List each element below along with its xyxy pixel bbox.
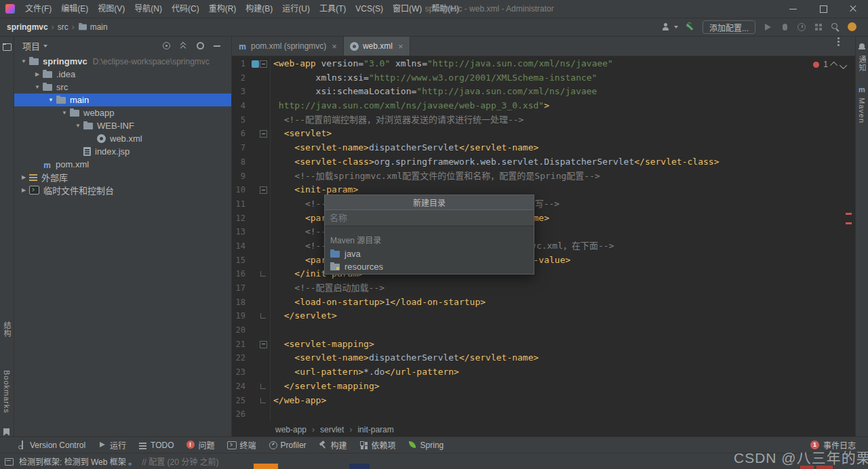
code-line[interactable]: 26 bbox=[232, 407, 855, 422]
tool-button-终端[interactable]: 终端 bbox=[227, 439, 256, 451]
next-error-icon[interactable] bbox=[840, 62, 847, 69]
code-line[interactable]: 1<web-app version="3.0" xmlns="http://ja… bbox=[232, 57, 855, 71]
fold-start-icon[interactable] bbox=[260, 130, 267, 138]
fold-end-icon[interactable] bbox=[260, 271, 266, 277]
notifications-tool-button[interactable]: 通知 bbox=[856, 56, 867, 72]
code-line[interactable]: 4 http://java.sun.com/xml/ns/javaee/web-… bbox=[232, 99, 855, 113]
hide-panel-icon[interactable] bbox=[213, 41, 222, 50]
add-configuration-button[interactable]: 添加配置... bbox=[703, 20, 755, 34]
collapse-all-icon[interactable] bbox=[179, 41, 188, 50]
chevron-down-icon[interactable]: ▼ bbox=[59, 110, 70, 116]
breadcrumb-item[interactable]: main bbox=[78, 22, 108, 32]
tool-button-运行[interactable]: 运行 bbox=[98, 439, 126, 451]
previous-error-icon[interactable] bbox=[830, 62, 837, 69]
tree-item[interactable]: ▼src bbox=[14, 81, 231, 94]
tree-item[interactable]: ▼WEB-INF bbox=[14, 119, 231, 132]
locate-file-icon[interactable] bbox=[162, 41, 171, 50]
close-icon[interactable] bbox=[838, 0, 868, 18]
chevron-down-icon[interactable] bbox=[43, 45, 47, 47]
gear-icon[interactable] bbox=[196, 41, 205, 50]
fold-start-icon[interactable] bbox=[260, 341, 267, 348]
tree-item[interactable]: ▶.idea bbox=[14, 68, 231, 81]
code-line[interactable]: 9 <!--加载springmvc.xml配置文件的位置和名称，配置的是Spri… bbox=[232, 169, 855, 184]
code-line[interactable]: 21 <servlet-mapping> bbox=[232, 338, 855, 352]
status-configure-link[interactable]: // 配置 (20 分钟 之前) bbox=[142, 455, 218, 467]
tool-button-问题[interactable]: 问题 bbox=[186, 439, 215, 451]
tool-button-Spring[interactable]: Spring bbox=[408, 441, 444, 450]
user-icon[interactable] bbox=[661, 22, 671, 32]
menu-item[interactable]: 重构(R) bbox=[204, 0, 241, 18]
menu-item[interactable]: 导航(N) bbox=[130, 0, 167, 18]
chevron-right-icon[interactable]: ▶ bbox=[18, 187, 29, 193]
search-icon[interactable] bbox=[831, 22, 840, 32]
tool-button-TODO[interactable]: TODO bbox=[138, 441, 174, 450]
project-tool-icon[interactable] bbox=[2, 42, 12, 52]
tool-button-Profiler[interactable]: Profiler bbox=[269, 441, 307, 450]
breadcrumb-item[interactable]: springmvc bbox=[7, 22, 48, 32]
popup-item-resources[interactable]: resources bbox=[325, 260, 534, 273]
tree-item[interactable]: ▶外部库 bbox=[14, 171, 231, 184]
code-line[interactable]: 6 <servlet> bbox=[232, 127, 855, 141]
code-line[interactable]: 25</web-app> bbox=[232, 394, 855, 408]
fold-end-icon[interactable] bbox=[260, 384, 266, 389]
more-options-icon[interactable] bbox=[837, 41, 847, 51]
code-with-me-icon[interactable] bbox=[848, 22, 857, 32]
error-stripe-mark[interactable] bbox=[846, 213, 852, 215]
tool-button-Version Control[interactable]: Version Control bbox=[18, 441, 85, 450]
profiler-icon[interactable] bbox=[797, 22, 806, 32]
code-line[interactable]: 22 <servlet-name>dispatcherServlet</serv… bbox=[232, 351, 855, 365]
code-line[interactable]: 7 <servlet-name>dispatcherServlet</servl… bbox=[232, 141, 855, 155]
chevron-down-icon[interactable]: ▼ bbox=[45, 97, 56, 103]
code-line[interactable]: 18 <load-on-startup>1</load-on-startup> bbox=[232, 295, 855, 310]
editor-tab[interactable]: pom.xml (springmvc)× bbox=[232, 37, 344, 56]
editor-tab[interactable]: web.xml× bbox=[344, 37, 410, 56]
chevron-right-icon[interactable]: ▶ bbox=[32, 71, 43, 77]
chevron-down-icon[interactable]: ▼ bbox=[18, 58, 29, 64]
menu-item[interactable]: VCS(S) bbox=[351, 0, 388, 18]
tool-button-构建[interactable]: 构建 bbox=[319, 439, 347, 451]
coverage-icon[interactable] bbox=[814, 22, 823, 32]
fold-start-icon[interactable] bbox=[260, 186, 267, 194]
tool-button-依赖项[interactable]: 依赖项 bbox=[359, 439, 396, 451]
new-directory-name-input[interactable] bbox=[325, 209, 534, 226]
tree-item[interactable]: ▼main bbox=[14, 94, 231, 106]
code-line[interactable]: 19 </servlet> bbox=[232, 309, 855, 323]
menu-item[interactable]: 文件(F) bbox=[20, 0, 56, 18]
maven-tool-button[interactable]: Maven bbox=[858, 98, 866, 123]
popup-item-java[interactable]: java bbox=[325, 247, 534, 260]
chevron-down-icon[interactable]: ▼ bbox=[73, 123, 83, 129]
close-tab-icon[interactable]: × bbox=[332, 41, 337, 52]
fold-start-icon[interactable] bbox=[260, 60, 267, 68]
code-line[interactable]: 20 bbox=[232, 323, 855, 338]
run-icon[interactable] bbox=[763, 22, 772, 32]
tree-item[interactable]: index.jsp bbox=[14, 145, 231, 158]
tree-item[interactable]: ▶临时文件和控制台 bbox=[14, 184, 231, 197]
menu-item[interactable]: 构建(B) bbox=[241, 0, 277, 18]
close-tab-icon[interactable]: × bbox=[398, 41, 403, 52]
code-line[interactable]: 17 <!--配置启动加载--> bbox=[232, 281, 855, 295]
editor-breadcrumb-item[interactable]: servlet bbox=[320, 425, 344, 434]
notifications-bell-icon[interactable] bbox=[857, 42, 867, 52]
tree-item[interactable]: ▼webapp bbox=[14, 106, 231, 119]
menu-item[interactable]: 编辑(E) bbox=[56, 0, 93, 18]
structure-tool-button[interactable]: 结构 bbox=[1, 321, 12, 338]
menu-item[interactable]: 视图(V) bbox=[93, 0, 130, 18]
code-line[interactable]: 3 xsi:schemaLocation="http://java.sun.co… bbox=[232, 85, 855, 99]
editor-breadcrumb-item[interactable]: web-app bbox=[275, 425, 307, 434]
breadcrumb-item[interactable]: src bbox=[58, 22, 68, 32]
tree-item[interactable]: web.xml bbox=[14, 132, 231, 145]
maximize-icon[interactable] bbox=[808, 0, 838, 18]
minimize-icon[interactable] bbox=[778, 0, 808, 18]
editor-breadcrumb-item[interactable]: init-param bbox=[357, 425, 393, 434]
inspections-widget[interactable]: 1 bbox=[810, 59, 850, 70]
code-line[interactable]: 5 <!--配置前端控制器，对浏览器发送的请求进行统一处理--> bbox=[232, 113, 855, 127]
code-line[interactable]: 2 xmlns:xsi="http://www.w3.org/2001/XMLS… bbox=[232, 71, 855, 85]
menu-item[interactable]: 运行(U) bbox=[277, 0, 315, 18]
code-line[interactable]: 23 <url-pattern>*.do</url-pattern> bbox=[232, 365, 855, 380]
fold-end-icon[interactable] bbox=[260, 313, 266, 319]
build-wrench-icon[interactable] bbox=[684, 20, 697, 34]
framework-detected-icon[interactable] bbox=[4, 457, 14, 466]
menu-item[interactable]: 窗口(W) bbox=[388, 0, 427, 18]
debug-icon[interactable] bbox=[780, 22, 789, 32]
code-line[interactable]: 8 <servlet-class>org.springframework.web… bbox=[232, 155, 855, 169]
